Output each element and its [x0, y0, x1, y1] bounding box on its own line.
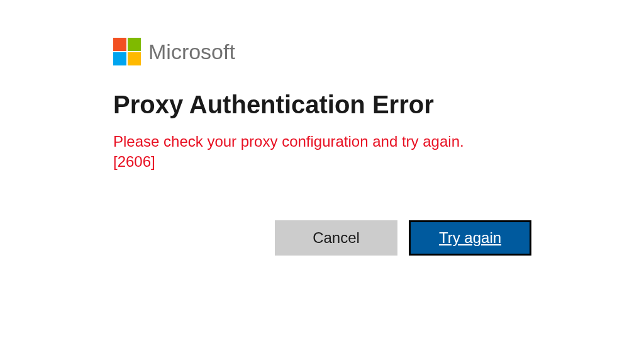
brand-row: Microsoft	[113, 38, 531, 65]
error-dialog: Microsoft Proxy Authentication Error Ple…	[113, 38, 531, 172]
try-again-button[interactable]: Try again	[409, 220, 531, 256]
microsoft-logo-icon	[113, 38, 141, 65]
error-message: Please check your proxy configuration an…	[113, 132, 491, 172]
cancel-button[interactable]: Cancel	[275, 220, 397, 256]
error-title: Proxy Authentication Error	[113, 91, 531, 119]
brand-name: Microsoft	[148, 40, 235, 64]
action-row: Cancel Try again	[275, 220, 531, 256]
